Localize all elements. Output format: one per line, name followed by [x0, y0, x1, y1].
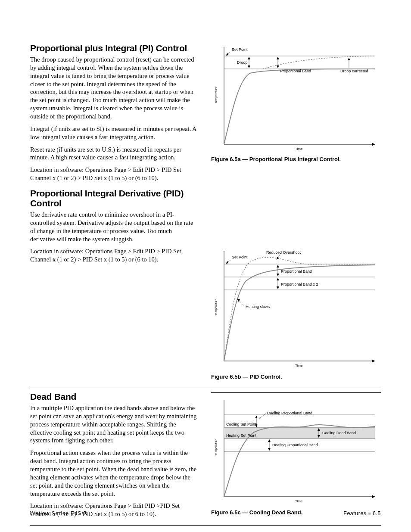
svg-marker-27 — [277, 274, 279, 276]
text-paragraph: In a multiple PID application the dead b… — [30, 404, 198, 445]
svg-marker-42 — [255, 416, 258, 418]
text-paragraph: Location in software: Operations Page > … — [30, 166, 198, 182]
footer-right: Features ■ 6.5 — [343, 510, 381, 516]
svg-line-44 — [258, 413, 266, 419]
svg-marker-2 — [372, 143, 375, 146]
svg-marker-11 — [277, 57, 279, 59]
text-paragraph: Reset rate (if units are set to U.S.) is… — [30, 146, 198, 162]
text-paragraph: Proportional action ceases when the proc… — [30, 449, 198, 498]
heading-pid-control: Proportional Integral Derivative (PID) C… — [30, 188, 198, 208]
label-droop-corrected: Droop corrected — [340, 69, 368, 73]
page-footer: Watlow Series F4S/D Features ■ 6.5 — [30, 510, 381, 516]
svg-marker-30 — [277, 286, 279, 289]
text-paragraph: Location in software: Operations Page > … — [30, 247, 198, 264]
heading-pi-control: Proportional plus Integral (PI) Control — [30, 43, 198, 53]
svg-marker-35 — [372, 495, 375, 498]
label-xaxis: Time — [295, 147, 303, 151]
svg-marker-17 — [372, 359, 375, 363]
label-droop: Droop — [237, 60, 248, 65]
label-yaxis: Temperature — [215, 299, 218, 316]
figure-divider — [211, 392, 381, 393]
label-reduced-overshoot: Reduced Overshoot — [266, 250, 301, 255]
label-heating-prop-band: Heating Proportional Band — [272, 443, 318, 447]
svg-marker-51 — [268, 439, 271, 442]
label-heating-slows: Heating slows — [246, 305, 270, 309]
footer-left: Watlow Series F4S/D — [30, 510, 88, 516]
svg-marker-6 — [226, 53, 228, 56]
svg-marker-22 — [226, 261, 228, 264]
label-heating-set-point: Heating Set Point — [226, 433, 257, 438]
svg-marker-26 — [277, 265, 279, 268]
bullet-icon: ■ — [368, 511, 371, 516]
label-setpoint: Set Point — [232, 255, 248, 259]
section-divider — [30, 525, 381, 526]
text-paragraph: Use derivative rate control to minimize … — [30, 211, 198, 243]
label-propband: Proportional Band — [280, 69, 311, 73]
svg-marker-9 — [248, 65, 250, 68]
text-paragraph: Integral (if units are set to SI) is mea… — [30, 125, 198, 141]
label-setpoint: Set Point — [232, 47, 248, 52]
svg-marker-14 — [348, 58, 350, 60]
caption-figure-6-5b: Figure 6.5b — PID Control. — [211, 373, 381, 380]
svg-marker-52 — [268, 448, 271, 451]
label-yaxis: Temperature — [215, 87, 218, 103]
figure-6-5b: Set Point Reduced Overshoot Proportional… — [211, 247, 381, 372]
label-cooling-set-point: Cooling Set Point — [226, 422, 256, 426]
section-divider — [30, 388, 381, 388]
label-propband: Proportional Band — [281, 269, 312, 274]
label-propband2: Proportional Band x 2 — [281, 282, 318, 286]
label-yaxis: Temperature — [215, 439, 218, 456]
figure-6-5a: Set Point Droop Proportional Band Droop … — [211, 43, 381, 154]
label-cooling-prop-band: Cooling Proportional Band — [267, 411, 312, 415]
svg-marker-8 — [248, 57, 250, 59]
figure-6-5c: Cooling Proportional Band Cooling Set Po… — [211, 395, 381, 507]
heading-dead-band: Dead Band — [30, 392, 198, 401]
label-xaxis: Time — [295, 499, 303, 503]
label-cooling-dead-band: Cooling Dead Band — [322, 431, 356, 435]
svg-marker-12 — [277, 65, 279, 68]
caption-figure-6-5a: Figure 6.5a — Proportional Plus Integral… — [211, 156, 381, 162]
label-xaxis: Time — [295, 364, 303, 367]
text-paragraph: The droop caused by proportional control… — [30, 56, 198, 121]
svg-marker-24 — [277, 257, 279, 260]
svg-marker-29 — [277, 278, 279, 280]
